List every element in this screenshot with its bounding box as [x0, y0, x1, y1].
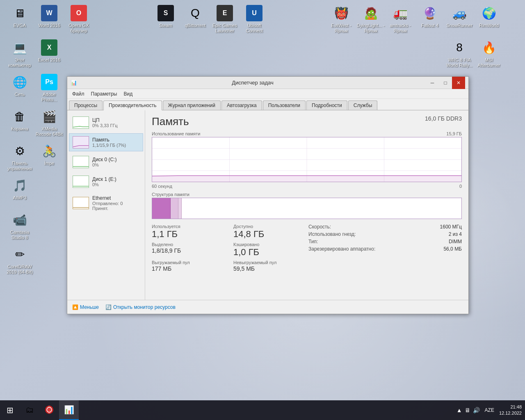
- desktop-icon-steam[interactable]: SSteam: [151, 5, 180, 28]
- desktop-icon-afterburner[interactable]: 🔥MSI Afterburner: [474, 39, 504, 68]
- type-row: Тип: DIMM: [308, 239, 462, 244]
- minimize-button[interactable]: ─: [426, 77, 439, 89]
- taskmanager-window: 📊 Диспетчер задач ─ □ ✕ Файл Параметры В…: [67, 76, 469, 314]
- taskbar-taskmanager[interactable]: 📊: [59, 400, 79, 420]
- collapse-label: Меньше: [80, 304, 99, 310]
- taskbar-opera[interactable]: [39, 400, 59, 420]
- tab-processes[interactable]: Процессы: [69, 100, 103, 110]
- used-value: 1,1 ГБ: [152, 230, 224, 239]
- desktop-icon-thispc[interactable]: 💻Этот компьютер: [5, 39, 34, 68]
- tray-sound[interactable]: 🔊: [473, 407, 480, 413]
- sidebar-item-memory[interactable]: Память 1,1/15,9 ГБ (7%): [69, 133, 143, 151]
- sidebar-item-ethernet[interactable]: Ethernet Отправлено: 0 Принят.: [69, 192, 143, 214]
- start-button[interactable]: ⊞: [0, 400, 20, 420]
- desktop-icon-amtracks[interactable]: 🚛amtracks - Ярлык: [386, 5, 415, 34]
- memory-info: Память 1,1/15,9 ГБ (7%): [92, 137, 126, 148]
- desktop-icon-controlpanel[interactable]: ⚙Панель управления: [5, 143, 34, 171]
- desktop-icon-epic[interactable]: EEpic Games Launcher: [210, 5, 240, 34]
- desktop-icon-aimp[interactable]: 🎵AIMP3: [5, 177, 34, 201]
- svg-marker-6: [152, 176, 461, 182]
- steam-icon-img: S: [158, 5, 174, 21]
- camtasia-icon-label: Camtasia Studio 8: [5, 230, 34, 240]
- tray-network[interactable]: 🖥: [465, 407, 470, 413]
- tab-services[interactable]: Службы: [348, 100, 377, 110]
- desktop-icon-camtasia[interactable]: 📹Camtasia Studio 8: [5, 212, 34, 240]
- stats-area: Используется 1,1 ГБ Доступно 14,8 ГБ Выд…: [152, 224, 462, 272]
- menu-view[interactable]: Вид: [120, 90, 136, 98]
- monitor-link[interactable]: 🔄 Открыть монитор ресурсов: [105, 304, 176, 310]
- restore-button[interactable]: □: [439, 77, 452, 89]
- desktop-icon-wrc8[interactable]: 8WRC 8 FIA World Rally...: [445, 39, 474, 68]
- desktop-icon-word[interactable]: WWord 2016: [34, 5, 64, 28]
- sidebar-item-disk0[interactable]: Диск 0 (C:) 0%: [69, 153, 143, 171]
- content-area: ЦП 0% 3,33 ГГц Память 1,1/15,9 ГБ (7%): [67, 110, 468, 300]
- type-label: Тип:: [308, 239, 318, 244]
- fallout4-icon-label: Fallout 4: [421, 23, 438, 28]
- monitor-label: Открыть монитор ресурсов: [113, 304, 176, 310]
- desktop-icon-fallout4[interactable]: 🔮Fallout 4: [415, 5, 445, 28]
- desktop-icon-dyinglight[interactable]: 🧟DyingLight... - Ярлык: [356, 5, 386, 34]
- disk0-detail: 0%: [92, 162, 116, 167]
- aimp-icon-label: AIMP3: [13, 195, 26, 201]
- section-spec: 16,0 ГБ DDR3: [425, 115, 462, 122]
- epic-icon-img: E: [217, 5, 233, 21]
- recycle-icon-img: 🗑: [11, 108, 28, 125]
- tab-users[interactable]: Пользователи: [263, 100, 306, 110]
- tray-arrow[interactable]: ▲: [457, 407, 462, 413]
- right-stats: Скорость: 1600 МГц Использовано гнезд: 2…: [308, 224, 462, 272]
- collapse-button[interactable]: 🔼 Меньше: [72, 304, 99, 310]
- taskbar-explorer[interactable]: 🗂: [20, 400, 39, 420]
- word-icon-img: W: [41, 5, 57, 21]
- cpu-thumbnail: [73, 116, 89, 129]
- bici-icon-label: İmpe: [44, 161, 54, 166]
- tab-app-history[interactable]: Журнал приложений: [163, 100, 221, 110]
- stat-used: Используется 1,1 ГБ: [152, 224, 224, 239]
- desktop-icon-evga[interactable]: 🖥EVGA: [5, 5, 34, 28]
- desktop-icon-excel[interactable]: XExcel 2016: [34, 39, 64, 63]
- qbittorrent-icon-img: Q: [187, 5, 203, 21]
- desktop-icon-opera[interactable]: OOpera GX браузер: [64, 5, 94, 34]
- memory-detail: 1,1/15,9 ГБ (7%): [92, 143, 126, 148]
- taskbar: ⊞ 🗂 📊 ▲ 🖥 🔊 AZE 21:48 12.12.2022: [0, 400, 525, 420]
- desktop-icon-rimworld[interactable]: 🌍RimWorld: [474, 5, 504, 28]
- sidebar-item-disk1[interactable]: Диск 1 (E:) 0%: [69, 173, 143, 191]
- evga-icon-label: EVGA: [14, 23, 26, 28]
- desktop-icon-photoshop[interactable]: PsAdobe Photo...: [34, 74, 64, 103]
- dyinglight-icon-img: 🧟: [363, 5, 379, 21]
- desktop-icon-recycle[interactable]: 🗑Корзина: [5, 108, 34, 132]
- snowrunner-icon-img: 🚙: [451, 5, 468, 21]
- desktop-icon-coreldraw[interactable]: ✏CorelDRAW 2019 (64-Bit): [5, 246, 34, 275]
- svg-point-8: [47, 406, 51, 414]
- menu-file[interactable]: Файл: [69, 90, 88, 98]
- stat-nonpaged-pool: Невыгружаемый пул 59,5 МБ: [233, 260, 305, 272]
- used-label: Используется: [152, 224, 224, 229]
- sidebar-item-cpu[interactable]: ЦП 0% 3,33 ГГц: [69, 114, 143, 132]
- tab-details[interactable]: Подробности: [306, 100, 347, 110]
- desktop-icon-snowrunner[interactable]: 🚙SnowRunner: [445, 5, 474, 28]
- desktop-icon-network[interactable]: 🌐Сеть: [5, 74, 34, 97]
- close-button[interactable]: ✕: [452, 77, 465, 89]
- cpu-detail: 0% 3,33 ГГц: [92, 123, 118, 128]
- tab-bar: Процессы Производительность Журнал прило…: [67, 99, 468, 110]
- available-value: 14,8 ГБ: [233, 230, 305, 239]
- language-indicator[interactable]: AZE: [483, 407, 496, 413]
- tab-startup[interactable]: Автозагрузка: [221, 100, 262, 110]
- desktop-icon-xmedia[interactable]: 🎬XMedia Recode 64Bit: [34, 108, 64, 137]
- nonpaged-value: 59,5 МБ: [233, 266, 305, 272]
- left-stats: Используется 1,1 ГБ Доступно 14,8 ГБ Выд…: [152, 224, 305, 272]
- time-right: 0: [459, 184, 462, 189]
- speed-label: Скорость:: [308, 224, 331, 230]
- menu-options[interactable]: Параметры: [88, 90, 121, 98]
- disk0-info: Диск 0 (C:) 0%: [92, 157, 116, 167]
- tab-performance[interactable]: Производительность: [103, 100, 162, 110]
- taskmanager-icon: 📊: [71, 80, 77, 86]
- desktop-icon-bici[interactable]: 🚴İmpe: [34, 143, 64, 166]
- committed-label: Выделено: [152, 242, 224, 247]
- desktop-icon-ubisoft[interactable]: UUbisoft Connect: [240, 5, 269, 34]
- desktop-icon-qbittorrent[interactable]: QqBittorrent: [180, 5, 210, 28]
- stat-cached: Кэшировано 1,0 ГБ: [233, 242, 305, 257]
- clock[interactable]: 21:48 12.12.2022: [496, 404, 525, 417]
- desktop-icon-evilwest[interactable]: 👹EvilWest - Ярлык: [326, 5, 356, 34]
- mem-free-block: [182, 198, 461, 219]
- photoshop-icon-label: Adobe Photo...: [34, 92, 64, 103]
